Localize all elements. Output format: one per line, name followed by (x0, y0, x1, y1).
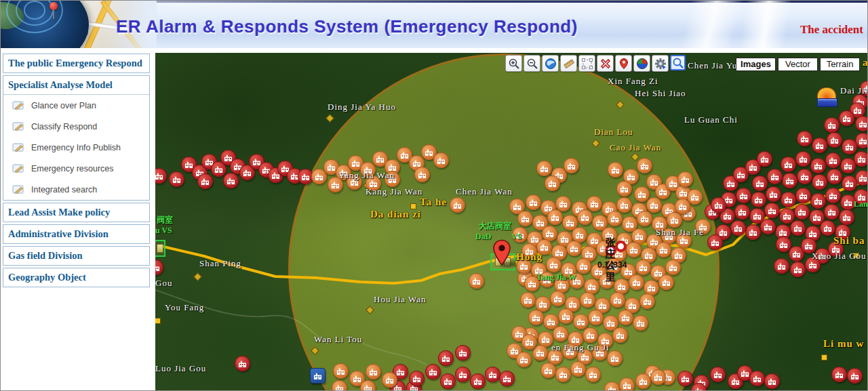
house-marker-orange[interactable] (553, 326, 568, 342)
house-marker-orange[interactable] (588, 310, 604, 325)
house-marker-orange[interactable] (607, 350, 623, 366)
house-marker-orange[interactable] (577, 209, 593, 225)
sunrise-icon[interactable] (817, 87, 836, 107)
house-marker-red[interactable] (774, 258, 789, 274)
house-marker-red[interactable] (707, 234, 723, 250)
house-marker-red[interactable] (409, 371, 425, 386)
house-marker-red[interactable] (751, 192, 766, 207)
house-marker-red[interactable] (797, 131, 812, 146)
house-marker-orange[interactable] (667, 212, 682, 228)
house-marker-orange[interactable] (676, 232, 692, 248)
house-marker-orange[interactable] (675, 199, 690, 214)
sidebar-item-classify-respond[interactable]: Classify Respond (3, 116, 149, 137)
layer-button-terrain[interactable]: Terrain (820, 58, 860, 71)
house-marker-orange[interactable] (550, 291, 566, 306)
house-marker-orange[interactable] (450, 197, 465, 213)
sidebar-header-gas-field-division[interactable]: Gas field Division (3, 247, 149, 265)
house-marker-red[interactable] (757, 151, 772, 167)
house-marker-orange[interactable] (573, 314, 589, 329)
house-marker-red[interactable] (831, 367, 847, 382)
house-marker-red[interactable] (820, 220, 835, 236)
house-marker-red[interactable] (781, 157, 796, 172)
house-marker-red[interactable] (710, 367, 726, 382)
clear-icon[interactable] (597, 55, 614, 72)
house-marker-red[interactable] (824, 204, 840, 220)
house-marker-red[interactable] (677, 371, 693, 386)
sidebar-header-lead-assist-make-policy[interactable]: Lead Assist Make policy (3, 203, 149, 222)
house-marker-red[interactable] (825, 188, 841, 203)
house-marker-orange[interactable] (558, 308, 574, 324)
house-marker-red[interactable] (795, 151, 811, 167)
zoom-in-icon[interactable] (505, 55, 522, 72)
house-marker-orange[interactable] (569, 273, 585, 289)
house-marker-red[interactable] (827, 132, 842, 148)
house-marker-orange[interactable] (607, 211, 623, 226)
house-marker-red[interactable] (855, 116, 868, 131)
house-marker-orange[interactable] (619, 377, 635, 390)
house-marker-red[interactable] (781, 192, 796, 207)
house-marker-orange[interactable] (650, 369, 666, 385)
house-marker-blue[interactable] (310, 368, 326, 384)
house-marker-orange[interactable] (606, 258, 621, 274)
house-marker-orange[interactable] (384, 171, 400, 187)
house-marker-orange[interactable] (616, 181, 632, 197)
zoom-out-icon[interactable] (524, 55, 540, 72)
house-marker-red[interactable] (749, 371, 765, 386)
house-marker-orange[interactable] (333, 363, 349, 379)
sidebar-item-emergency-resources[interactable]: Emergency resources (3, 158, 149, 179)
house-marker-orange[interactable] (516, 258, 532, 274)
house-marker-red[interactable] (801, 238, 816, 253)
house-marker-orange[interactable] (646, 197, 662, 213)
house-marker-orange[interactable] (526, 194, 541, 210)
house-marker-red[interactable] (438, 350, 454, 366)
house-marker-orange[interactable] (695, 219, 711, 234)
house-marker-orange[interactable] (583, 327, 598, 343)
house-marker-orange[interactable] (639, 293, 655, 309)
sidebar-header-geography-object[interactable]: Geography Object (3, 268, 149, 287)
house-marker-red[interactable] (854, 151, 868, 167)
add-marker-icon[interactable] (615, 55, 632, 72)
house-marker-orange[interactable] (656, 242, 671, 258)
house-marker-orange[interactable] (521, 334, 537, 350)
house-marker-orange[interactable] (540, 363, 556, 378)
house-marker-orange[interactable] (547, 209, 563, 225)
house-marker-orange[interactable] (382, 372, 397, 388)
house-marker-red[interactable] (839, 209, 854, 225)
house-marker-red[interactable] (711, 197, 726, 213)
sidebar-item-integrated-search[interactable]: Integrated search (3, 179, 149, 200)
house-marker-orange[interactable] (616, 197, 632, 213)
house-marker-red[interactable] (235, 356, 250, 371)
house-marker-orange[interactable] (635, 260, 651, 275)
house-marker-orange[interactable] (545, 176, 560, 191)
house-marker-red[interactable] (734, 204, 750, 220)
map-canvas[interactable]: Chen Jia Yuan ZiXin Fang ZiHei Shi JiaoL… (155, 53, 868, 390)
house-marker-red[interactable] (810, 158, 826, 173)
house-marker-red[interactable] (736, 188, 751, 203)
house-marker-red[interactable] (828, 241, 844, 257)
sidebar-header-specialist-analyse-model[interactable]: Specialist Analyse Model (3, 76, 149, 94)
house-marker-orange[interactable] (555, 196, 571, 211)
accident-pin-icon[interactable] (492, 239, 511, 266)
house-marker-red[interactable] (766, 186, 781, 202)
house-marker-red[interactable] (455, 345, 471, 361)
house-marker-red[interactable] (745, 224, 761, 240)
house-marker-orange[interactable] (520, 292, 536, 308)
house-marker-orange[interactable] (599, 273, 614, 289)
house-marker-red[interactable] (499, 371, 515, 386)
house-marker-red[interactable] (730, 220, 746, 236)
house-marker-red[interactable] (782, 173, 797, 188)
house-marker-orange[interactable] (564, 158, 579, 173)
house-marker-orange[interactable] (562, 344, 578, 359)
house-marker-red[interactable] (764, 203, 780, 218)
house-marker-orange[interactable] (592, 345, 608, 361)
house-marker-red[interactable] (795, 188, 811, 203)
house-marker-red[interactable] (440, 373, 456, 389)
house-marker-orange[interactable] (414, 167, 430, 182)
house-marker-red[interactable] (169, 171, 184, 187)
house-marker-red[interactable] (485, 367, 500, 382)
house-marker-orange[interactable] (328, 177, 343, 192)
house-marker-red[interactable] (854, 189, 868, 205)
house-marker-red[interactable] (812, 174, 827, 190)
sidebar-header-public-emergency-respond[interactable]: The public Emergency Respond (3, 54, 149, 73)
settings-gear-icon[interactable] (652, 55, 669, 72)
